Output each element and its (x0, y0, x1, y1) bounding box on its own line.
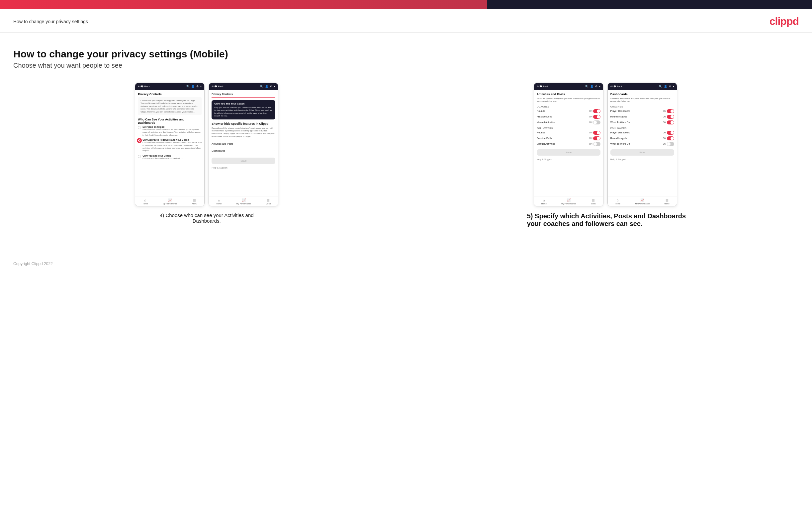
screen2-footer-perf-label: My Performance (237, 203, 251, 205)
copyright-text: Copyright Clippd 2022 (13, 262, 53, 266)
radio-desc-everyone: Everyone on Clippd can search for you an… (143, 128, 202, 136)
screen4-back[interactable]: &#� Back (610, 85, 622, 88)
screen4-footer-home[interactable]: ⌂ Home (615, 199, 620, 205)
screen2-footer-home[interactable]: ⌂ Home (216, 199, 221, 205)
header-title: How to change your privacy settings (13, 19, 88, 24)
screen4-rinsights-followers-toggle[interactable] (667, 136, 674, 140)
screen4-rinsights-on-label: ON (663, 115, 666, 118)
screen4-footer-menu[interactable]: ☰ Menu (665, 199, 669, 205)
screen1-navbar: &#� Back 🔍 👤 ⚙ ▾ (135, 83, 204, 90)
screen3-rounds-followers-toggle[interactable] (593, 131, 601, 135)
screen4-rinsights-label: Round Insights (610, 115, 627, 118)
user-icon[interactable]: 👤 (191, 85, 195, 88)
screen3-rounds-coaches-label: Rounds (537, 110, 545, 112)
screen2-save-button[interactable]: Save (211, 158, 275, 164)
radio-everyone[interactable]: Everyone on Clippd Everyone on Clippd ca… (138, 126, 202, 136)
screen3-navbar: &#� Back 🔍 👤 ⚙ ▾ (534, 83, 603, 90)
screen1-footer-performance[interactable]: 📈 My Performance (163, 199, 177, 205)
screen3-drills-coaches: Practice Drills ON (537, 115, 601, 119)
screen4-wtwo-toggle[interactable] (667, 120, 674, 124)
screen1-title: Privacy Controls (138, 93, 202, 96)
chart-icon: 📈 (168, 199, 172, 202)
search-icon2[interactable]: 🔍 (260, 85, 263, 88)
screen4-wtwo-followers-label: What To Work On (610, 143, 630, 145)
screen3-drills-followers-label: Practice Drills (537, 137, 552, 140)
settings-icon2[interactable]: ⚙ (270, 85, 272, 88)
search-icon[interactable]: 🔍 (186, 85, 190, 88)
screen4-wtwo-toggle-container: ON (663, 120, 674, 124)
screen4-footer-menu-label: Menu (665, 203, 669, 205)
settings-icon4[interactable]: ⚙ (669, 85, 671, 88)
screen3-drills-followers-toggle[interactable] (593, 136, 601, 140)
radio-title-approved: Only Approved Followers and Your Coach (143, 139, 202, 141)
main-content: How to change your privacy settings (Mob… (0, 33, 812, 251)
user-icon2[interactable]: 👤 (265, 85, 268, 88)
page-heading: How to change your privacy settings (Mob… (13, 48, 799, 60)
screen3-back[interactable]: &#� Back (537, 85, 549, 88)
screen3-icons: 🔍 👤 ⚙ ▾ (585, 85, 601, 88)
radio-title-everyone: Everyone on Clippd (143, 126, 202, 128)
screen3-drills-toggle-container: ON (589, 115, 601, 119)
screen3-manual-followers-toggle[interactable] (593, 142, 601, 146)
screen2-show-hide-title: Show or hide specific features in Clippd (211, 122, 275, 125)
screen2-footer-performance[interactable]: 📈 My Performance (237, 199, 251, 205)
settings-icon[interactable]: ⚙ (196, 85, 199, 88)
screen3-footer-performance[interactable]: 📈 My Performance (561, 199, 576, 205)
screen3-save-button[interactable]: Save (537, 149, 601, 156)
home-icon4: ⌂ (543, 199, 545, 202)
screen4-rinsights-toggle-container: ON (663, 115, 674, 119)
group5-pair: &#� Back 🔍 👤 ⚙ ▾ Activities and Posts Se… (412, 82, 799, 206)
home-icon: ⌂ (144, 199, 146, 202)
chevron-down-icon2[interactable]: ▾ (274, 85, 275, 88)
screen3-footer-menu[interactable]: ☰ Menu (591, 199, 596, 205)
screen4-footer-performance[interactable]: 📈 My Performance (635, 199, 650, 205)
screen3-rounds-toggle[interactable] (593, 109, 601, 113)
user-icon4[interactable]: 👤 (664, 85, 667, 88)
screenshots-row: &#� Back 🔍 👤 ⚙ ▾ Privacy Controls Contro… (13, 82, 799, 228)
screen3-drills-toggle[interactable] (593, 115, 601, 119)
chart-icon4: 📈 (567, 199, 570, 202)
screen2-tooltip: Only You and Your Coach Only you and the… (211, 100, 275, 119)
radio-desc-approved: Only approved followers and coaches you … (143, 141, 202, 152)
chevron-down-icon[interactable]: ▾ (200, 85, 202, 88)
screen1-back[interactable]: &#� Back (138, 85, 150, 88)
user-icon3[interactable]: 👤 (590, 85, 594, 88)
screen3-footer-home[interactable]: ⌂ Home (541, 199, 547, 205)
screen4-save-button[interactable]: Save (610, 149, 674, 156)
settings-icon3[interactable]: ⚙ (595, 85, 598, 88)
screen3-drills-followers: Practice Drills ON (537, 136, 601, 140)
search-icon4[interactable]: 🔍 (659, 85, 662, 88)
screen4-body: Dashboards Select the dashboards that yo… (608, 90, 677, 196)
screen1-frame: &#� Back 🔍 👤 ⚙ ▾ Privacy Controls Contro… (135, 82, 205, 206)
screen2-menu-dashboards[interactable]: Dashboards › (211, 147, 275, 154)
radio-approved[interactable]: Only Approved Followers and Your Coach O… (138, 139, 202, 152)
home-icon3: ⌂ (218, 199, 220, 202)
screen1-footer-home[interactable]: ⌂ Home (143, 199, 148, 205)
radio-only-you[interactable]: Only You and Your Coach Only you and the… (138, 155, 202, 160)
chevron-down-icon3[interactable]: ▾ (599, 85, 601, 88)
screen2-footer-menu[interactable]: ☰ Menu (266, 199, 271, 205)
chevron-down-icon4[interactable]: ▾ (673, 85, 674, 88)
screen4-rinsights-followers-on-label: ON (663, 137, 666, 139)
radio-title-only-you: Only You and Your Coach (143, 155, 183, 157)
screen4-rinsights-toggle[interactable] (667, 115, 674, 119)
screen1-desc: Control how you and your data appears to… (141, 99, 199, 113)
screen3-body: Activities and Posts Select the types of… (534, 90, 603, 196)
screen4-wtwo-on-label: ON (663, 121, 666, 123)
screen3-rounds-followers-label: Rounds (537, 131, 545, 134)
screen4-pdash-followers-toggle[interactable] (667, 131, 674, 135)
screen2-show-hide-desc: Regardless of the privacy controls that … (211, 127, 275, 138)
screen2-footer-menu-label: Menu (266, 203, 271, 205)
screen3-rounds-followers-toggle-container: ON (589, 131, 601, 135)
screen2-back[interactable]: &#� Back (211, 85, 223, 88)
screen2-menu-activities[interactable]: Activities and Posts › (211, 140, 275, 147)
search-icon3[interactable]: 🔍 (585, 85, 589, 88)
screen1-footer-menu[interactable]: ☰ Menu (192, 199, 197, 205)
screen4-pdash-followers-toggle-container: ON (663, 131, 674, 135)
screen1-section: Who Can See Your Activities and Dashboar… (138, 118, 202, 124)
screen4-pdash-toggle[interactable] (667, 109, 674, 113)
screen4-wtwo-followers-toggle[interactable] (667, 142, 674, 146)
screen4-frame: &#� Back 🔍 👤 ⚙ ▾ Dashboards Select the d… (607, 82, 677, 206)
screen3-manual-toggle[interactable] (593, 120, 601, 124)
screen4-wtwo-followers-toggle-container: ON (663, 142, 674, 146)
